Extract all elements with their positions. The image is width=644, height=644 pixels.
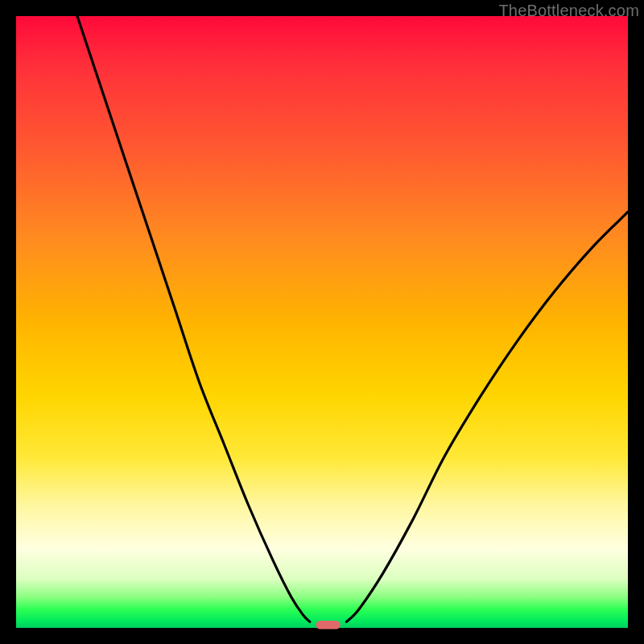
chart-container: TheBottleneck.com	[0, 0, 644, 644]
chart-overlay	[16, 16, 628, 628]
curve-left	[77, 16, 310, 621]
bottleneck-marker	[316, 621, 340, 630]
curve-right	[346, 212, 628, 621]
